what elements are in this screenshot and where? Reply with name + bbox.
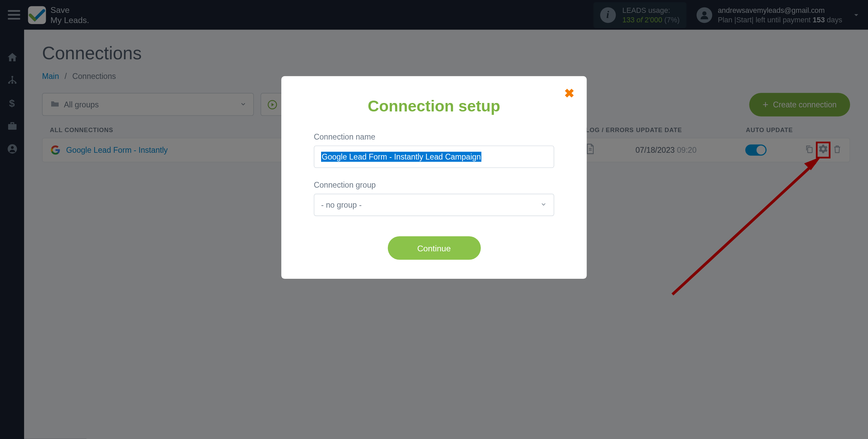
continue-button[interactable]: Continue (388, 236, 480, 259)
connection-group-label: Connection group (314, 180, 554, 189)
modal-title: Connection setup (314, 98, 554, 116)
chevron-down-icon (540, 201, 547, 209)
connection-name-input[interactable]: Google Lead Form - Instantly Lead Campai… (314, 146, 554, 168)
close-icon[interactable]: ✖ (564, 86, 574, 101)
connection-group-select[interactable]: - no group - (314, 194, 554, 216)
connection-setup-modal: ✖ Connection setup Connection name Googl… (281, 76, 587, 279)
connection-name-label: Connection name (314, 132, 554, 141)
